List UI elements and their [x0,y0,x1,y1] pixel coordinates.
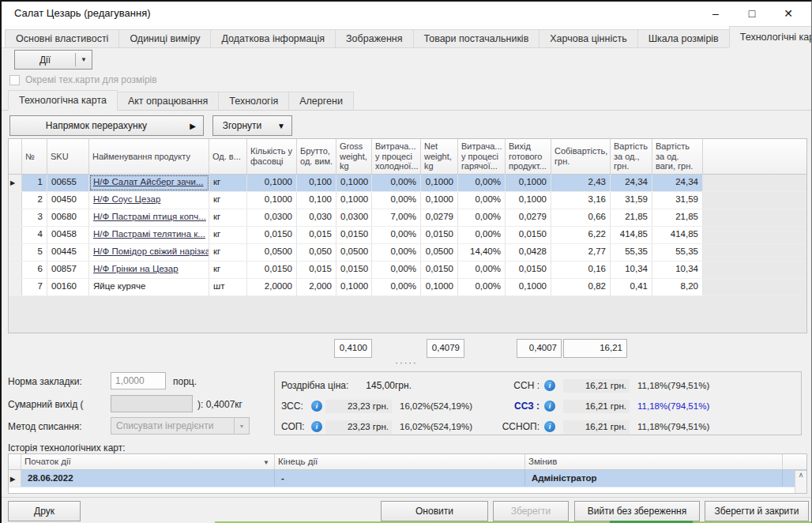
cell-product-name[interactable]: Н/Ф Грінки на Цезар [89,262,209,278]
product-link[interactable]: Н/Ф Салат Айсберг зачи... [93,177,203,186]
product-link[interactable]: Н/Ф Грінки на Цезар [93,264,179,273]
history-header-changed-by[interactable]: Змінив [525,454,783,470]
history-header-start[interactable]: Початок дії ▼ [21,454,275,470]
header-cost-per-weight[interactable]: Вартість за од. ваги, грн. [652,139,703,175]
history-row[interactable]: ▶ 28.06.2022 - Адміністратор [9,470,806,487]
sub-tab[interactable]: Технологія [218,92,289,110]
cell-cost-per-unit: 414,85 [611,227,652,243]
header-qty[interactable]: Кількість у фасовці [247,139,297,175]
cell-brutto: 0,100 [297,175,336,191]
sub-tab[interactable]: Алергени [288,92,354,110]
main-tab[interactable]: Основні властивості [5,29,119,47]
main-tab[interactable]: Зображення [335,29,413,47]
header-hot-loss[interactable]: Витрача... у процесі гарячої... [458,139,506,175]
header-unit[interactable]: Од. в... [209,139,247,175]
collapse-button[interactable]: Згорнути ▼ [212,115,292,136]
cell-gross-weight: 0,1000 [336,175,372,191]
recalc-direction-button[interactable]: Напрямок перерахунку ▶ [9,115,204,136]
header-sku[interactable]: SKU [47,139,89,175]
scroll-up-icon[interactable]: ∧ [799,471,804,493]
header-cost[interactable]: Собівартість, грн. [551,139,611,175]
stat-percent: 11,18%(794,51%) [637,381,709,390]
cell-cost-per-weight: 414,85 [652,227,703,243]
product-link[interactable]: Н/Ф Пастрамі телятина к... [93,229,205,239]
cell-cost-per-weight: 21,85 [652,209,703,226]
cell-product-name[interactable]: Н/Ф Пастрамі птиця копч... [89,209,209,226]
history-scrollbar[interactable]: ∧ [795,471,806,493]
cell-cost-per-unit: 31,59 [611,192,652,209]
tab-label: Основні властивості [16,33,108,44]
cell-sku: 00458 [47,227,89,243]
cell-cold-loss: 7,00% [372,209,421,226]
info-icon[interactable]: i [311,401,322,412]
header-indicator [9,139,22,175]
cell-gross-weight: 0,1000 [336,279,372,295]
cell-product-name[interactable]: Н/Ф Пастрамі телятина к... [89,227,209,243]
info-icon[interactable]: i [544,380,555,391]
cell-unit: кг [209,209,247,226]
header-output[interactable]: Вихід готового продукт... [506,139,551,175]
header-cost-per-unit[interactable]: Вартість за од., грн. [611,139,652,175]
refresh-button[interactable]: Оновити [381,501,488,521]
cell-cost-per-weight: 55,35 [652,244,703,261]
stat-row: СОП: i 23,23 грн. 16,02%(524,19%) [281,420,472,434]
table-row[interactable]: ▶ 2 00450 Н/Ф Соус Цезар кг 0,1000 0,100… [9,192,806,209]
save-and-close-button[interactable]: Зберегти й закрити [705,501,809,521]
close-icon[interactable]: ✕ [770,2,806,25]
product-link[interactable]: Н/Ф Помідор свіжий нарізка [93,246,209,256]
header-brutto[interactable]: Брутто, од. вим. [297,139,336,175]
header-gross-weight[interactable]: Gross weight, kg [336,139,372,175]
product-link[interactable]: Н/Ф Пастрамі птиця копч... [93,212,206,221]
cell-cost-per-weight: 24,34 [652,175,703,191]
actions-button[interactable]: Дії ▼ [14,50,92,70]
cell-gross-weight: 0,1000 [336,192,372,209]
header-net-weight[interactable]: Net weight, kg [421,139,458,175]
cell-cold-loss: 0,00% [372,175,421,191]
table-row[interactable]: ▶ 1 00655 Н/Ф Салат Айсберг зачи... кг 0… [9,175,806,192]
total-gross-weight: 0,4100 [334,339,372,358]
product-link[interactable]: Яйце куряче [93,281,145,291]
minimize-icon[interactable]: – [697,2,734,25]
cell-cost: 0,66 [551,209,611,226]
cell-brutto: 0,015 [297,227,336,243]
table-row[interactable]: ▶ 3 00680 Н/Ф Пастрамі птиця копч... кг … [9,209,806,227]
cell-gross-weight: 0,0150 [336,227,372,243]
info-icon[interactable]: i [311,421,322,432]
main-tab[interactable]: Товари постачальників [413,29,540,47]
info-icon[interactable]: i [544,421,555,432]
info-icon[interactable]: i [544,401,555,412]
main-tab[interactable]: Додаткова інформація [210,29,336,47]
table-row[interactable]: ▶ 6 00857 Н/Ф Грінки на Цезар кг 0,0150 … [9,262,806,279]
row-indicator: ▶ [9,209,22,226]
header-cold-loss[interactable]: Витрача... у процесі холодної... [372,139,421,175]
cell-cost-per-unit: 21,85 [611,209,652,226]
exit-without-saving-button[interactable]: Вийти без збереження [574,501,700,521]
main-tab[interactable]: Шкала розмірів [637,29,730,47]
header-product-name[interactable]: Найменування продукту [89,139,209,175]
table-row[interactable]: ▶ 5 00445 Н/Ф Помідор свіжий нарізка кг … [9,244,806,262]
cell-product-name[interactable]: Яйце куряче [89,279,209,295]
total-output: 0,4007 [517,339,562,358]
product-link[interactable]: Н/Ф Соус Цезар [93,194,160,204]
sub-tab[interactable]: Акт опрацювання [117,92,219,110]
tab-label: Шкала розмірів [648,33,719,44]
sort-desc-icon[interactable]: ▼ [263,459,269,466]
maximize-icon[interactable]: □ [734,2,770,25]
writeoff-method-label: Метод списання: [8,421,81,432]
main-tab[interactable]: Харчова цінність [539,29,637,47]
table-row[interactable]: ▶ 4 00458 Н/Ф Пастрамі телятина к... кг … [9,227,806,244]
portion-norm-input[interactable] [111,372,166,389]
cell-product-name[interactable]: Н/Ф Помідор свіжий нарізка [89,244,209,261]
main-tab[interactable]: Технологічні карти [729,26,812,48]
main-tab[interactable]: Одиниці виміру [118,29,211,47]
history-header-end[interactable]: Кінець дії [275,454,525,470]
cell-cost-per-unit: 55,35 [611,244,652,261]
table-row[interactable]: ▶ 7 00160 Яйце куряче шт 2,0000 2,000 0,… [9,279,806,296]
cell-product-name[interactable]: Н/Ф Салат Айсберг зачи... [89,175,209,191]
splitter-handle[interactable]: ····· [2,359,811,367]
actions-button-label: Дії [15,55,75,66]
sub-tab[interactable]: Технологічна карта [8,90,118,111]
print-button[interactable]: Друк [8,501,81,521]
cell-product-name[interactable]: Н/Ф Соус Цезар [89,192,209,209]
header-number[interactable]: № [22,139,47,175]
